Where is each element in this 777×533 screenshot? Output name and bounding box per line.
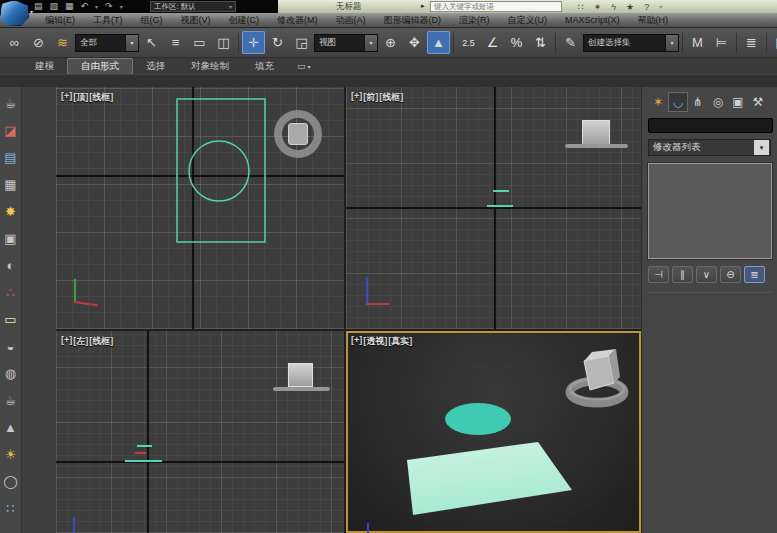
dome-primitive-icon[interactable]: ◒: [1, 333, 21, 360]
menu-views[interactable]: 视图(V): [172, 14, 220, 27]
cone-primitive-icon[interactable]: ▲: [1, 414, 21, 441]
viewport-view-button[interactable]: [透视]: [363, 335, 387, 348]
mirror-icon[interactable]: M: [686, 31, 709, 54]
ribbon-tab-selection[interactable]: 选择: [133, 59, 178, 74]
make-unique-button[interactable]: ∨: [696, 266, 717, 283]
modifier-list-dropdown[interactable]: 修改器列表 ▾: [648, 139, 771, 156]
ribbon-tab-populate[interactable]: 填充: [242, 59, 287, 74]
viewport-perspective-active[interactable]: [+] [透视] [真实]: [346, 331, 641, 533]
plane-object[interactable]: [125, 460, 162, 462]
torus-object[interactable]: [565, 144, 628, 148]
sun-light-icon[interactable]: ☀: [1, 441, 21, 468]
new-file-icon[interactable]: ▤: [34, 0, 43, 13]
selection-filter-dropdown[interactable]: 全部 ▾: [75, 34, 139, 52]
menu-graph-editors[interactable]: 图形编辑器(D): [375, 14, 451, 27]
layer-manager-icon[interactable]: ≣: [740, 31, 763, 54]
help-icon[interactable]: ?: [644, 2, 649, 12]
select-object-icon[interactable]: ↖: [140, 31, 163, 54]
plane-object[interactable]: [487, 205, 513, 207]
use-pivot-center-icon[interactable]: ⊕: [379, 31, 402, 54]
unlink-selection-icon[interactable]: ⊘: [27, 31, 50, 54]
remove-modifier-button[interactable]: ⊖: [720, 266, 741, 283]
viewport-view-button[interactable]: [顶]: [73, 91, 88, 104]
viewport-menu-button[interactable]: [+]: [351, 335, 362, 348]
percent-snap-icon[interactable]: %: [505, 31, 528, 54]
viewport-menu-button[interactable]: [+]: [351, 91, 362, 104]
viewport-view-button[interactable]: [前]: [363, 91, 378, 104]
display-tab[interactable]: ▣: [728, 92, 748, 112]
scene-explorer-icon[interactable]: ▤: [1, 144, 21, 171]
select-and-link-icon[interactable]: ∞: [3, 31, 26, 54]
teapot-primitive-icon[interactable]: ☕: [1, 387, 21, 414]
viewport-view-button[interactable]: [左]: [73, 335, 88, 348]
favorites-star-icon[interactable]: ★: [626, 2, 634, 12]
circle-object[interactable]: [189, 141, 249, 201]
plane-primitive-icon[interactable]: ▭: [1, 306, 21, 333]
undo-icon[interactable]: ↶: [81, 0, 89, 13]
ribbon-tab-object-paint[interactable]: 对象绘制: [178, 59, 242, 74]
subscription-icon[interactable]: ϟ: [611, 2, 616, 12]
reference-coordinate-dropdown[interactable]: 视图 ▾: [314, 34, 378, 52]
select-and-rotate-icon[interactable]: ↻: [266, 31, 289, 54]
plane-object[interactable]: [177, 99, 265, 242]
menu-rendering[interactable]: 渲染(R): [450, 14, 499, 27]
circle-object[interactable]: [493, 190, 509, 192]
select-by-name-icon[interactable]: ≡: [164, 31, 187, 54]
pin-stack-button[interactable]: ⊣: [648, 266, 669, 283]
modifier-stack-list[interactable]: [648, 163, 772, 259]
circle-object[interactable]: [445, 403, 511, 435]
viewport-top[interactable]: [+] [顶] [线框]: [56, 87, 344, 329]
menu-modifiers[interactable]: 修改器(M): [268, 14, 327, 27]
menu-maxscript[interactable]: MAXScript(X): [556, 15, 629, 25]
sphere-primitive-icon[interactable]: ◍: [1, 360, 21, 387]
help-caret-icon[interactable]: ▾: [659, 3, 662, 10]
particle-array-icon[interactable]: ∷: [1, 495, 21, 522]
undo-caret-icon[interactable]: ▾: [95, 3, 98, 10]
menu-help[interactable]: 帮助(H): [629, 14, 678, 27]
bind-to-space-warp-icon[interactable]: ≋: [51, 31, 74, 54]
open-file-icon[interactable]: ▧: [50, 0, 59, 13]
snap-toggle-25-icon[interactable]: 2.5: [457, 31, 480, 54]
motion-tab[interactable]: ◎: [708, 92, 728, 112]
selection-filter-caret-icon[interactable]: ▾: [125, 35, 138, 51]
select-and-move-icon[interactable]: ✛: [242, 31, 265, 54]
save-file-icon[interactable]: ▦: [65, 0, 74, 13]
torus-object[interactable]: [273, 387, 330, 391]
circle-object[interactable]: [137, 445, 152, 447]
rect-selection-region-icon[interactable]: ▭: [188, 31, 211, 54]
viewport-shading-button[interactable]: [线框]: [379, 91, 403, 104]
molecule-icon[interactable]: ∴: [1, 279, 21, 306]
menu-create[interactable]: 创建(C): [220, 14, 269, 27]
menu-customize[interactable]: 自定义(U): [499, 14, 557, 27]
modifier-list-caret-icon[interactable]: ▾: [754, 140, 769, 155]
configure-modifier-sets-button[interactable]: ≣: [744, 266, 765, 283]
modify-tab[interactable]: ◡: [668, 92, 688, 112]
viewport-shading-button[interactable]: [真实]: [388, 335, 412, 348]
named-selection-set-caret-icon[interactable]: ▾: [665, 35, 678, 51]
utilities-tab[interactable]: ⚒: [748, 92, 768, 112]
workspace-selector[interactable]: 工作区: 默认 ▾: [150, 1, 236, 12]
show-end-result-button[interactable]: ∥: [672, 266, 693, 283]
viewport-left[interactable]: [+] [左] [线框]: [56, 331, 344, 533]
align-icon[interactable]: ⊨: [710, 31, 733, 54]
ribbon-tab-modeling[interactable]: 建模: [22, 59, 67, 74]
menu-animation[interactable]: 动画(A): [327, 14, 375, 27]
hierarchy-tab[interactable]: ⋔: [688, 92, 708, 112]
named-selection-set-dropdown[interactable]: 创建选择集 ▾: [583, 34, 679, 52]
redo-icon[interactable]: ↷: [105, 0, 113, 13]
object-name-field[interactable]: [648, 118, 773, 133]
infocenter-apps-icon[interactable]: ∷: [578, 2, 584, 12]
app-menu-caret-icon[interactable]: ▾: [30, 8, 33, 15]
keyboard-override-icon[interactable]: ▲: [427, 31, 450, 54]
select-and-scale-icon[interactable]: ◲: [290, 31, 313, 54]
light-lister-icon[interactable]: ✸: [1, 198, 21, 225]
search-input[interactable]: [430, 1, 562, 12]
teapot-render-icon[interactable]: ☕: [1, 90, 21, 117]
camera-lister-icon[interactable]: ▣: [1, 225, 21, 252]
layer-explorer-icon[interactable]: ▦: [1, 171, 21, 198]
select-and-manipulate-icon[interactable]: ✥: [403, 31, 426, 54]
angle-snap-icon[interactable]: ∠: [481, 31, 504, 54]
spinner-snap-icon[interactable]: ⇅: [529, 31, 552, 54]
menu-group[interactable]: 组(G): [132, 14, 172, 27]
wrench-icon[interactable]: ✶: [594, 2, 602, 12]
